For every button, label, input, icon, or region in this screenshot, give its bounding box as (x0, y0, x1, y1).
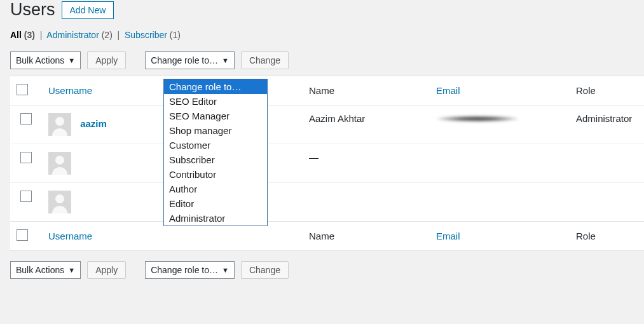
filter-subscriber[interactable]: Subscriber (1) (125, 30, 181, 40)
select-all-checkbox-footer[interactable] (17, 229, 28, 241)
column-role-footer: Role (570, 222, 644, 251)
row-checkbox[interactable] (20, 191, 32, 202)
user-role: Administrator (570, 105, 644, 144)
column-email-footer[interactable]: Email (430, 222, 570, 251)
user-name: Aazim Akhtar (303, 105, 430, 144)
column-role: Role (570, 76, 644, 105)
column-email[interactable]: Email (430, 76, 570, 105)
change-role-select-bottom[interactable]: Change role to… ▼ (145, 261, 235, 279)
change-role-button[interactable]: Change (241, 51, 289, 69)
user-name (303, 183, 430, 222)
table-row: — (10, 144, 644, 183)
apply-bulk-button[interactable]: Apply (87, 51, 126, 69)
row-checkbox[interactable] (20, 152, 32, 163)
table-row: aazim Aazim Akhtar Administrator (10, 105, 644, 144)
column-name-footer: Name (303, 222, 430, 251)
page-title: Users (10, 0, 55, 20)
filter-all[interactable]: All (3) (10, 30, 38, 40)
filter-links: All (3) | Administrator (2) | Subscriber… (0, 27, 634, 48)
filter-administrator[interactable]: Administrator (2) (46, 30, 114, 40)
user-name: — (303, 144, 430, 183)
change-role-dropdown: Change role to… SEO Editor SEO Manager S… (163, 79, 268, 226)
chevron-down-icon: ▼ (68, 57, 75, 64)
user-role (570, 144, 644, 183)
change-role-button-bottom[interactable]: Change (241, 261, 289, 279)
username-link[interactable]: aazim (80, 118, 107, 129)
add-new-button[interactable]: Add New (62, 1, 114, 19)
change-role-select[interactable]: Change role to… ▼ (145, 51, 235, 69)
column-name: Name (303, 76, 430, 105)
user-email (430, 105, 570, 144)
bulk-actions-select[interactable]: Bulk Actions ▼ (10, 51, 81, 69)
chevron-down-icon: ▼ (222, 57, 229, 64)
role-option[interactable]: SEO Manager (164, 109, 267, 123)
apply-bulk-button-bottom[interactable]: Apply (87, 261, 126, 279)
role-option[interactable]: Editor (164, 196, 267, 211)
avatar (48, 191, 71, 213)
avatar (48, 113, 71, 136)
user-email (430, 144, 570, 183)
role-option[interactable]: Contributor (164, 167, 267, 182)
role-option[interactable]: Customer (164, 138, 267, 152)
select-all-checkbox[interactable] (17, 84, 28, 95)
role-option[interactable]: Shop manager (164, 123, 267, 138)
table-row (10, 183, 644, 222)
user-email (430, 183, 570, 222)
chevron-down-icon: ▼ (68, 266, 75, 274)
role-option[interactable]: Author (164, 182, 267, 196)
chevron-down-icon: ▼ (222, 266, 229, 274)
users-table: Username Name Email Role aazim Aazim Akh… (10, 76, 644, 251)
bulk-actions-select-bottom[interactable]: Bulk Actions ▼ (10, 261, 81, 279)
role-option[interactable]: Administrator (164, 211, 267, 226)
role-option[interactable]: Subscriber (164, 152, 267, 167)
avatar (48, 152, 71, 175)
role-option[interactable]: SEO Editor (164, 94, 267, 109)
user-role (570, 183, 644, 222)
role-option[interactable]: Change role to… (164, 79, 267, 94)
email-redacted (436, 116, 519, 122)
row-checkbox[interactable] (20, 113, 32, 125)
